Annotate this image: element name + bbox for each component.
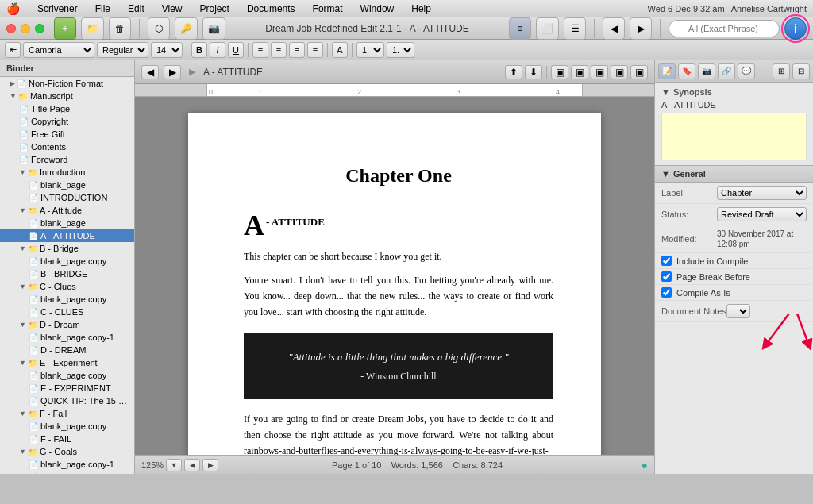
sidebar-item-e-experiment[interactable]: ▼ 📁 E - Experiment xyxy=(0,356,134,369)
search-input[interactable] xyxy=(669,20,780,37)
sidebar-item-contents[interactable]: 📄 Contents xyxy=(0,140,134,153)
sidebar-item-blank-b[interactable]: 📄 blank_page copy xyxy=(0,255,134,267)
compile-button[interactable]: ⬡ xyxy=(148,17,170,40)
document-page[interactable]: Chapter One A- ATTITUDE This chapter can… xyxy=(188,113,601,455)
sidebar-item-copyright[interactable]: 📄 Copyright xyxy=(0,115,134,128)
inspector-icon-5[interactable]: ▣ xyxy=(630,65,648,79)
sidebar-item-c-clues-doc[interactable]: 📄 C - CLUES xyxy=(0,306,134,318)
sidebar-item-g-goals-doc[interactable]: 📄 G - GOALS xyxy=(0,471,134,474)
inspector-icon-4[interactable]: ▣ xyxy=(611,65,628,79)
key-icon[interactable]: 🔑 xyxy=(175,17,198,40)
doc-notes-select[interactable] xyxy=(726,304,750,318)
label-select[interactable]: Chapter xyxy=(717,186,807,200)
inspector-camera-btn[interactable]: 📷 xyxy=(698,63,715,79)
format-right-btn[interactable]: ▶ xyxy=(630,17,652,40)
text-color-btn[interactable]: A xyxy=(332,42,348,58)
sidebar-item-blank-f[interactable]: 📄 blank_page copy xyxy=(0,420,134,433)
sidebar-item-f-fail-doc[interactable]: 📄 F - FAIL xyxy=(0,433,134,445)
line-spacing-select[interactable]: 1.0 xyxy=(356,42,384,58)
menu-view[interactable]: View xyxy=(159,2,186,15)
align-left-btn[interactable]: ≡ xyxy=(252,42,268,58)
snapshot-button[interactable]: 📷 xyxy=(202,17,225,40)
menu-window[interactable]: Window xyxy=(357,2,398,15)
view-mode-scriv[interactable]: ≡ xyxy=(509,17,531,40)
sidebar-item-free-gift[interactable]: 📄 Free Gift xyxy=(0,128,134,140)
minimize-button[interactable] xyxy=(21,24,30,33)
menu-documents[interactable]: Documents xyxy=(244,2,299,15)
sidebar-item-c-clues[interactable]: ▼ 📁 C - Clues xyxy=(0,280,134,293)
align-right-btn[interactable]: ≡ xyxy=(289,42,305,58)
menu-scrivener[interactable]: Scrivener xyxy=(34,2,81,15)
bold-btn[interactable]: B xyxy=(191,42,207,58)
style-select[interactable]: Regular xyxy=(97,42,148,58)
nav-forward-btn[interactable]: ▶ xyxy=(164,65,181,79)
font-select[interactable]: Cambria xyxy=(23,42,94,58)
sidebar-item-introduction[interactable]: ▼ 📁 Introduction xyxy=(0,166,134,179)
sidebar-item-blank-g[interactable]: 📄 blank_page copy-1 xyxy=(0,458,134,471)
compile-as-is-checkbox[interactable] xyxy=(661,287,672,298)
align-center-btn[interactable]: ≡ xyxy=(271,42,287,58)
sidebar-item-b-bridge[interactable]: ▼ 📁 B - Bridge xyxy=(0,242,134,255)
inspector-collapse-btn[interactable]: ⊟ xyxy=(792,63,810,79)
inspector-bookmark-btn[interactable]: 🔖 xyxy=(678,63,695,79)
sidebar-item-d-dream[interactable]: ▼ 📁 D - Dream xyxy=(0,318,134,331)
inspector-icon-3[interactable]: ▣ xyxy=(591,65,608,79)
sidebar-item-a-attitude[interactable]: ▼ 📁 A - Attitude xyxy=(0,204,134,217)
page-area[interactable]: Chapter One A- ATTITUDE This chapter can… xyxy=(135,97,654,455)
size-select[interactable]: 14 xyxy=(151,42,183,58)
new-doc-button[interactable]: + xyxy=(54,17,76,40)
sidebar-item-introduction-doc[interactable]: 📄 INTRODUCTION xyxy=(0,191,134,204)
general-section-header[interactable]: ▼ General xyxy=(655,166,813,183)
view-mode-cork[interactable]: ⬜ xyxy=(536,17,559,40)
split-view-btn[interactable]: ⬆ xyxy=(505,65,522,79)
inspector-expand-btn[interactable]: ⊞ xyxy=(773,63,790,79)
sidebar-item-manuscript[interactable]: ▼ 📁 Manuscript xyxy=(0,90,134,102)
menu-format[interactable]: Format xyxy=(310,2,346,15)
sidebar-item-blank-c[interactable]: 📄 blank_page copy xyxy=(0,293,134,306)
sidebar-item-b-bridge-doc[interactable]: 📄 B - BRIDGE xyxy=(0,267,134,280)
sidebar-item-a-attitude-doc[interactable]: 📄 A - ATTITUDE xyxy=(0,229,134,242)
menu-file[interactable]: File xyxy=(92,2,114,15)
view-mode-outline[interactable]: ☰ xyxy=(564,17,586,40)
status-select[interactable]: Revised Draft xyxy=(717,207,807,221)
menu-edit[interactable]: Edit xyxy=(125,2,148,15)
indent-less-btn[interactable]: ⇤ xyxy=(5,42,21,58)
inspector-comment-btn[interactable]: 💬 xyxy=(738,63,755,79)
align-justify-btn[interactable]: ≡ xyxy=(307,42,323,58)
sidebar-item-foreword[interactable]: 📄 Foreword xyxy=(0,153,134,166)
add-folder-button[interactable]: 📁 xyxy=(81,17,104,40)
include-compile-checkbox[interactable] xyxy=(661,256,672,266)
page-break-checkbox[interactable] xyxy=(661,271,672,282)
menu-project[interactable]: Project xyxy=(197,2,233,15)
delete-button[interactable]: 🗑 xyxy=(109,17,131,40)
menu-help[interactable]: Help xyxy=(408,2,434,15)
sidebar-item-title-page[interactable]: 📄 Title Page xyxy=(0,102,134,115)
sidebar-item-d-dream-doc[interactable]: 📄 D - DREAM xyxy=(0,344,134,356)
inspector-link-btn[interactable]: 🔗 xyxy=(718,63,735,79)
sidebar-item-quick-tip[interactable]: 📄 QUICK TIP: The 15 Minute Exp... xyxy=(0,394,134,407)
sidebar-item-blank-e[interactable]: 📄 blank_page copy xyxy=(0,369,134,382)
info-button[interactable]: i xyxy=(784,17,807,40)
sidebar-item-blank-a[interactable]: 📄 blank_page xyxy=(0,217,134,229)
italic-btn[interactable]: I xyxy=(210,42,225,58)
sidebar-item-g-goals[interactable]: ▼ 📁 G - Goals xyxy=(0,445,134,458)
split-horiz-btn[interactable]: ⬇ xyxy=(525,65,542,79)
sidebar-item-non-fiction[interactable]: ▶ 📄 Non-Fiction Format xyxy=(0,77,134,90)
inspector-icon-1[interactable]: ▣ xyxy=(551,65,568,79)
close-button[interactable] xyxy=(6,24,16,33)
zoom-down-btn[interactable]: ▼ xyxy=(166,459,182,471)
sidebar-item-f-fail[interactable]: ▼ 📁 F - Fail xyxy=(0,407,134,420)
apple-menu[interactable]: 🍎 xyxy=(6,2,20,15)
synopsis-box[interactable] xyxy=(661,113,807,160)
nav-back-btn[interactable]: ◀ xyxy=(141,65,159,79)
underline-btn[interactable]: U xyxy=(228,42,244,58)
zoom-right-btn[interactable]: ▶ xyxy=(202,459,218,471)
inspector-icon-2[interactable]: ▣ xyxy=(571,65,588,79)
format-left-btn[interactable]: ◀ xyxy=(603,17,625,40)
sidebar-item-e-experiment-doc[interactable]: 📄 E - EXPERIMENT xyxy=(0,382,134,394)
maximize-button[interactable] xyxy=(35,24,44,33)
sidebar-item-blank-d[interactable]: 📄 blank_page copy-1 xyxy=(0,331,134,344)
paragraph-spacing-select[interactable]: 1.2 xyxy=(387,42,414,58)
inspector-notes-btn[interactable]: 📝 xyxy=(658,63,676,79)
zoom-left-btn[interactable]: ◀ xyxy=(184,459,200,471)
